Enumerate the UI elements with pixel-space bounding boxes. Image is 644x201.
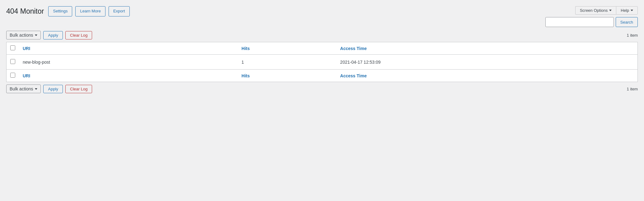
screen-options-label: Screen Options: [580, 8, 608, 13]
bulk-actions-label-bottom: Bulk actions: [10, 86, 33, 91]
search-button[interactable]: Search: [616, 17, 638, 27]
help-button[interactable]: Help: [616, 6, 638, 15]
select-all-checkbox-bottom[interactable]: [10, 73, 15, 78]
screen-options-button[interactable]: Screen Options: [575, 6, 616, 15]
clear-log-button-bottom[interactable]: Clear Log: [65, 85, 92, 93]
select-all-checkbox-top[interactable]: [10, 45, 15, 50]
table-header-row: URI Hits Access Time: [7, 42, 637, 55]
item-count-bottom: 1 item: [627, 87, 638, 91]
help-label: Help: [621, 8, 629, 13]
search-input[interactable]: [545, 17, 614, 27]
col-header-uri[interactable]: URI: [19, 42, 238, 55]
bulk-actions-chevron-icon-bottom: [35, 88, 37, 90]
settings-button[interactable]: Settings: [48, 6, 72, 16]
cell-access-time-0: 2021-04-17 12:53:09: [336, 55, 637, 70]
col-header-hits[interactable]: Hits: [238, 42, 336, 55]
help-chevron-icon: [631, 10, 633, 11]
learn-more-button[interactable]: Learn More: [75, 6, 105, 16]
page-title: 404 Monitor: [6, 7, 44, 16]
clear-log-button-top[interactable]: Clear Log: [65, 31, 92, 39]
table-row: new-blog-post 1 2021-04-17 12:53:09: [7, 55, 637, 70]
col-footer-access-time[interactable]: Access Time: [336, 70, 637, 82]
apply-button-bottom[interactable]: Apply: [43, 85, 63, 93]
row-checkbox-0[interactable]: [10, 59, 15, 64]
apply-button-top[interactable]: Apply: [43, 31, 63, 39]
item-count-top: 1 item: [627, 33, 638, 38]
col-footer-uri[interactable]: URI: [19, 70, 238, 82]
bulk-actions-dropdown-bottom[interactable]: Bulk actions: [6, 85, 41, 93]
table-footer-row: URI Hits Access Time: [7, 70, 637, 82]
col-header-access-time[interactable]: Access Time: [336, 42, 637, 55]
toolbar-bottom: Bulk actions Apply Clear Log 1 item: [6, 85, 638, 93]
bulk-actions-chevron-icon: [35, 34, 37, 36]
export-button[interactable]: Export: [109, 6, 130, 16]
cell-uri-0: new-blog-post: [19, 55, 238, 70]
screen-options-chevron-icon: [609, 10, 612, 11]
bulk-actions-label: Bulk actions: [10, 33, 33, 38]
data-table: URI Hits Access Time new-blog-post 1 202…: [6, 42, 638, 82]
col-footer-hits[interactable]: Hits: [238, 70, 336, 82]
toolbar-top: Bulk actions Apply Clear Log 1 item: [6, 31, 638, 39]
cell-hits-0: 1: [238, 55, 336, 70]
bulk-actions-dropdown[interactable]: Bulk actions: [6, 31, 41, 39]
